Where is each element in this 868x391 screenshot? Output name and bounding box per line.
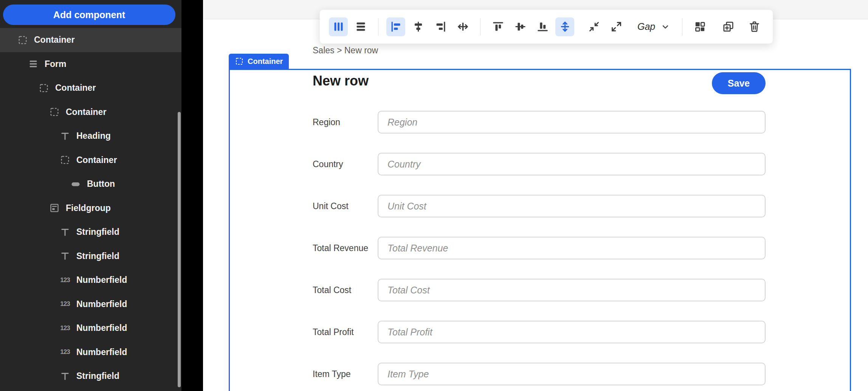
- sidebar-item-label: Numberfield: [76, 347, 127, 357]
- container-icon: [48, 106, 60, 118]
- sidebar-item-container[interactable]: Container: [0, 148, 181, 172]
- sidebar-item-form[interactable]: Form: [0, 52, 181, 76]
- sidebar-item-label: Button: [87, 179, 115, 189]
- sidebar-item-container[interactable]: Container: [0, 100, 181, 124]
- field-label: Total Revenue: [313, 243, 378, 253]
- sidebar-item-container[interactable]: Container: [0, 28, 181, 52]
- fieldgroup-icon: [48, 202, 60, 214]
- grid-layout-icon: [694, 20, 706, 33]
- text-icon: [59, 130, 71, 142]
- total-cost-input[interactable]: [378, 279, 766, 301]
- duplicate-button[interactable]: [719, 17, 738, 36]
- sidebar-item-label: Container: [55, 83, 96, 93]
- distribute-horizontal-button[interactable]: [453, 17, 472, 36]
- distribute-vertical-button[interactable]: [555, 17, 574, 36]
- number-123-icon: 123: [59, 298, 71, 310]
- region-input[interactable]: [378, 111, 766, 133]
- component-tree-panel: Add component ContainerFormContainerCont…: [0, 0, 181, 391]
- item-type-input[interactable]: [378, 363, 766, 385]
- gap-select[interactable]: Gap: [634, 21, 674, 32]
- sidebar-item-label: Numberfield: [76, 275, 127, 285]
- selection-tag-label: Container: [248, 57, 283, 66]
- form-field-row: Item Type: [313, 363, 766, 385]
- page-title: New row: [313, 73, 369, 89]
- sidebar-item-label: Stringfield: [76, 371, 119, 381]
- align-bottom-button[interactable]: [533, 17, 552, 36]
- button-icon: [70, 178, 82, 190]
- field-label: Region: [313, 117, 378, 127]
- layout-rows-button[interactable]: [351, 17, 370, 36]
- form-field-row: Total Cost: [313, 279, 766, 301]
- align-left-icon: [390, 20, 402, 33]
- add-component-button[interactable]: Add component: [3, 5, 175, 25]
- sidebar-item-label: Form: [45, 59, 67, 69]
- sidebar-item-label: Numberfield: [76, 323, 127, 333]
- sidebar-item-numberfield[interactable]: 123Numberfield: [0, 340, 181, 365]
- chevron-down-icon: [660, 22, 671, 32]
- field-label: Total Cost: [313, 285, 378, 295]
- form-field-row: Country: [313, 153, 766, 175]
- collapse-size-button[interactable]: [584, 17, 603, 36]
- breadcrumb[interactable]: Sales > New row: [313, 45, 378, 56]
- sidebar-item-stringfield[interactable]: Stringfield: [0, 244, 181, 268]
- sidebar-item-label: Stringfield: [76, 227, 119, 237]
- delete-button[interactable]: [745, 17, 764, 36]
- total-profit-input[interactable]: [378, 321, 766, 343]
- container-icon: [59, 154, 71, 166]
- toolbar-divider: [480, 18, 480, 36]
- save-button[interactable]: Save: [712, 72, 766, 94]
- align-center-horizontal-button[interactable]: [409, 17, 428, 36]
- sidebar-item-label: Container: [76, 155, 117, 165]
- sidebar-item-numberfield[interactable]: 123Numberfield: [0, 316, 181, 340]
- sidebar-item-numberfield[interactable]: 123Numberfield: [0, 268, 181, 292]
- grid-layout-button[interactable]: [690, 17, 709, 36]
- field-label: Item Type: [313, 369, 378, 379]
- rows-icon: [355, 20, 367, 33]
- sidebar-item-stringfield[interactable]: Stringfield: [0, 364, 181, 388]
- number-123-icon: 123: [59, 346, 71, 358]
- form-field-row: Region: [313, 111, 766, 133]
- country-input[interactable]: [378, 153, 766, 175]
- selection-tag[interactable]: Container: [229, 54, 289, 69]
- trash-icon: [748, 20, 761, 33]
- align-bottom-icon: [536, 20, 549, 33]
- canvas-gutter: [181, 0, 203, 391]
- expand-icon: [610, 20, 623, 33]
- sidebar-item-fieldgroup[interactable]: Fieldgroup: [0, 196, 181, 220]
- form-field-row: Total Profit: [313, 321, 766, 343]
- layout-columns-button[interactable]: [329, 17, 348, 36]
- align-left-button[interactable]: [386, 17, 405, 36]
- align-right-button[interactable]: [431, 17, 450, 36]
- sidebar-item-numberfield[interactable]: 123Numberfield: [0, 292, 181, 317]
- number-123-icon: 123: [59, 322, 71, 334]
- app-canvas: Gap Sales > New row Container New row Sa…: [203, 0, 868, 391]
- columns-icon: [332, 20, 345, 33]
- toolbar-divider: [378, 18, 378, 36]
- align-top-button[interactable]: [488, 17, 507, 36]
- sidebar-item-label: Container: [34, 35, 74, 45]
- container-icon: [235, 57, 244, 66]
- expand-size-button[interactable]: [607, 17, 626, 36]
- sidebar-scrollbar[interactable]: [178, 112, 181, 387]
- align-middle-icon: [514, 20, 527, 33]
- form-fields: RegionCountryUnit CostTotal RevenueTotal…: [313, 111, 766, 385]
- sidebar-item-container[interactable]: Container: [0, 76, 181, 100]
- unit-cost-input[interactable]: [378, 195, 766, 217]
- sidebar-item-label: Numberfield: [76, 299, 127, 309]
- form-field-row: Unit Cost: [313, 195, 766, 217]
- field-label: Total Profit: [313, 327, 378, 337]
- form-icon: [27, 58, 39, 70]
- sidebar-item-stringfield[interactable]: Stringfield: [0, 220, 181, 244]
- field-label: Country: [313, 159, 378, 169]
- sidebar-item-label: Stringfield: [76, 251, 119, 261]
- total-revenue-input[interactable]: [378, 237, 766, 259]
- align-center-h-icon: [412, 20, 425, 33]
- text-icon: [59, 226, 71, 238]
- sidebar-item-heading[interactable]: Heading: [0, 124, 181, 148]
- align-middle-button[interactable]: [511, 17, 530, 36]
- selected-container[interactable]: New row Save RegionCountryUnit CostTotal…: [229, 69, 851, 391]
- sidebar-item-label: Fieldgroup: [66, 203, 111, 213]
- align-top-icon: [492, 20, 504, 33]
- sidebar-item-button[interactable]: Button: [0, 172, 181, 196]
- text-icon: [59, 250, 71, 262]
